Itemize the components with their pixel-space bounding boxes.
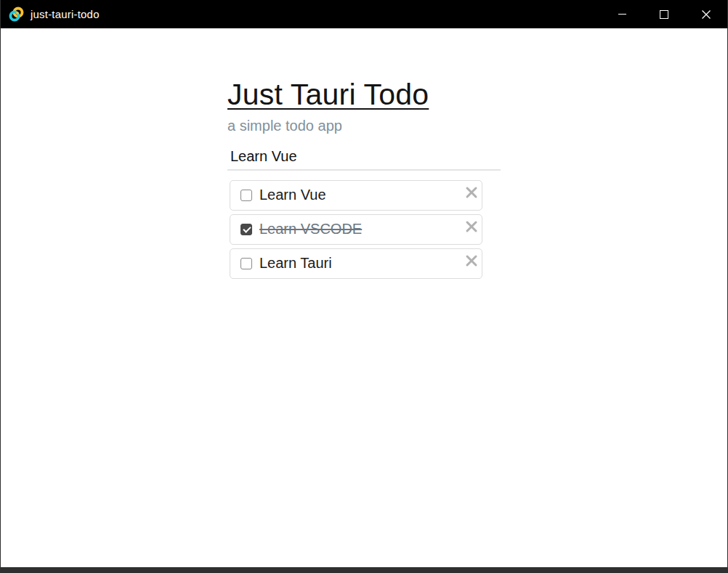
- todo-list: Learn Vue Learn VSCODE Learn T: [227, 180, 501, 279]
- page-title: Just Tauri Todo: [227, 78, 501, 112]
- x-delete-icon: [465, 220, 478, 233]
- todo-checkbox[interactable]: [240, 258, 252, 269]
- delete-todo-button[interactable]: [464, 184, 480, 200]
- todo-label: Learn VSCODE: [259, 222, 362, 237]
- todo-container: Just Tauri Todo a simple todo app Learn …: [227, 28, 501, 279]
- page-subtitle: a simple todo app: [227, 118, 501, 134]
- delete-todo-button[interactable]: [464, 219, 480, 235]
- new-todo-input[interactable]: [227, 146, 501, 171]
- delete-todo-button[interactable]: [464, 253, 480, 269]
- window-bottom-border: [1, 567, 727, 573]
- minimize-button[interactable]: [601, 0, 643, 28]
- minimize-icon: [618, 14, 626, 15]
- todo-item: Learn VSCODE: [230, 214, 482, 245]
- maximize-button[interactable]: [643, 0, 685, 28]
- todo-item: Learn Vue: [230, 180, 482, 211]
- titlebar: just-tauri-todo: [1, 0, 727, 28]
- window-title: just-tauri-todo: [31, 8, 100, 20]
- todo-label: Learn Vue: [259, 187, 326, 203]
- todo-label: Learn Tauri: [259, 256, 332, 272]
- todo-checkbox[interactable]: [240, 224, 252, 235]
- tauri-logo-icon: [9, 7, 24, 22]
- todo-item: Learn Tauri: [230, 248, 482, 279]
- x-delete-icon: [465, 186, 478, 199]
- window-controls: [601, 0, 727, 28]
- x-delete-icon: [465, 254, 478, 267]
- close-icon: [701, 9, 711, 20]
- maximize-icon: [660, 10, 668, 19]
- close-button[interactable]: [685, 0, 727, 28]
- todo-checkbox[interactable]: [240, 190, 252, 201]
- app-content: Just Tauri Todo a simple todo app Learn …: [1, 28, 727, 567]
